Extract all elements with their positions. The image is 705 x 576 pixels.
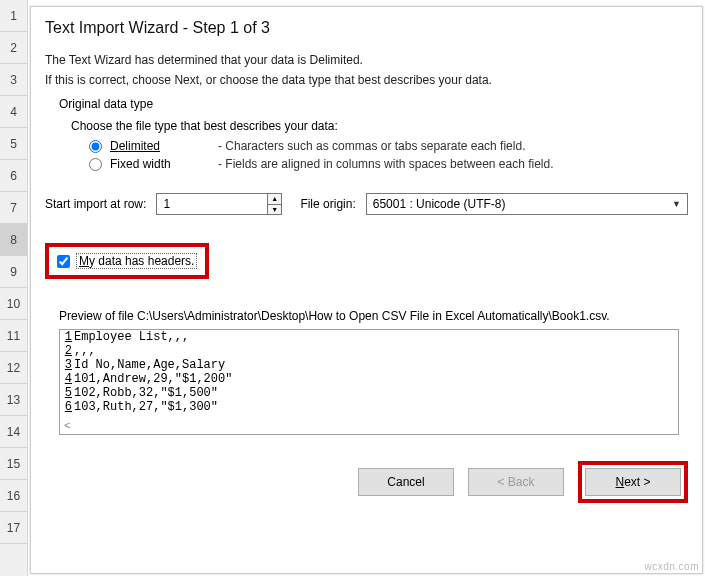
preview-line: ,,, [74, 344, 96, 358]
preview-line: Employee List,,, [74, 330, 189, 344]
cancel-button[interactable]: Cancel [358, 468, 454, 496]
next-button[interactable]: Next > [585, 468, 681, 496]
row-header[interactable]: 2 [0, 32, 27, 64]
radio-fixed-width-desc: - Fields are aligned in columns with spa… [218, 157, 554, 171]
scroll-left-icon[interactable]: < [64, 420, 71, 432]
row-header[interactable]: 10 [0, 288, 27, 320]
row-header[interactable]: 12 [0, 352, 27, 384]
row-header[interactable]: 1 [0, 0, 27, 32]
choose-file-type-label: Choose the file type that best describes… [71, 119, 688, 133]
row-header[interactable]: 15 [0, 448, 27, 480]
row-header[interactable]: 17 [0, 512, 27, 544]
radio-delimited[interactable]: Delimited - Characters such as commas or… [89, 139, 688, 153]
preview-box: 1Employee List,,, 2,,, 3Id No,Name,Age,S… [59, 329, 679, 435]
dialog-title: Text Import Wizard - Step 1 of 3 [45, 17, 688, 47]
radio-delimited-desc: - Characters such as commas or tabs sepa… [218, 139, 525, 153]
original-data-type-label: Original data type [59, 97, 688, 111]
row-header[interactable]: 4 [0, 96, 27, 128]
wizard-info-line-1: The Text Wizard has determined that your… [45, 53, 688, 67]
radio-fixed-width-label: Fixed width [110, 157, 210, 171]
row-header[interactable]: 3 [0, 64, 27, 96]
file-origin-select[interactable]: 65001 : Unicode (UTF-8) ▼ [366, 193, 688, 215]
headers-checkbox-highlight: My data has headers. [45, 243, 209, 279]
text-import-wizard-dialog: Text Import Wizard - Step 1 of 3 The Tex… [30, 6, 703, 574]
row-header[interactable]: 11 [0, 320, 27, 352]
start-import-row-label: Start import at row: [45, 197, 146, 211]
file-origin-value: 65001 : Unicode (UTF-8) [373, 197, 506, 211]
watermark: wcxdn.com [644, 561, 699, 572]
row-header[interactable]: 13 [0, 384, 27, 416]
radio-delimited-label: Delimited [110, 139, 160, 153]
row-header[interactable]: 5 [0, 128, 27, 160]
row-header-gutter: 1 2 3 4 5 6 7 8 9 10 11 12 13 14 15 16 1… [0, 0, 28, 576]
preview-line: 101,Andrew,29,"$1,200" [74, 372, 232, 386]
preview-line: Id No,Name,Age,Salary [74, 358, 225, 372]
radio-delimited-input[interactable] [89, 140, 102, 153]
my-data-has-headers-label[interactable]: My data has headers. [76, 253, 197, 269]
row-header[interactable]: 8 [0, 224, 27, 256]
preview-label: Preview of file C:\Users\Administrator\D… [59, 309, 688, 323]
row-header[interactable]: 14 [0, 416, 27, 448]
wizard-info-line-2: If this is correct, choose Next, or choo… [45, 73, 688, 87]
back-button: < Back [468, 468, 564, 496]
spinner-down-icon[interactable]: ▼ [268, 205, 281, 215]
file-origin-label: File origin: [300, 197, 355, 211]
spinner-up-icon[interactable]: ▲ [268, 194, 281, 205]
preview-line: 103,Ruth,27,"$1,300" [74, 400, 218, 414]
my-data-has-headers-checkbox[interactable] [57, 255, 70, 268]
row-header[interactable]: 16 [0, 480, 27, 512]
next-button-highlight: Next > [578, 461, 688, 503]
chevron-down-icon: ▼ [672, 199, 681, 209]
radio-fixed-width-input[interactable] [89, 158, 102, 171]
row-header[interactable]: 7 [0, 192, 27, 224]
row-header[interactable]: 6 [0, 160, 27, 192]
start-import-row-input[interactable] [157, 194, 267, 214]
row-header[interactable]: 9 [0, 256, 27, 288]
radio-fixed-width[interactable]: Fixed width - Fields are aligned in colu… [89, 157, 688, 171]
start-import-row-spinner[interactable]: ▲ ▼ [156, 193, 282, 215]
preview-line: 102,Robb,32,"$1,500" [74, 386, 218, 400]
